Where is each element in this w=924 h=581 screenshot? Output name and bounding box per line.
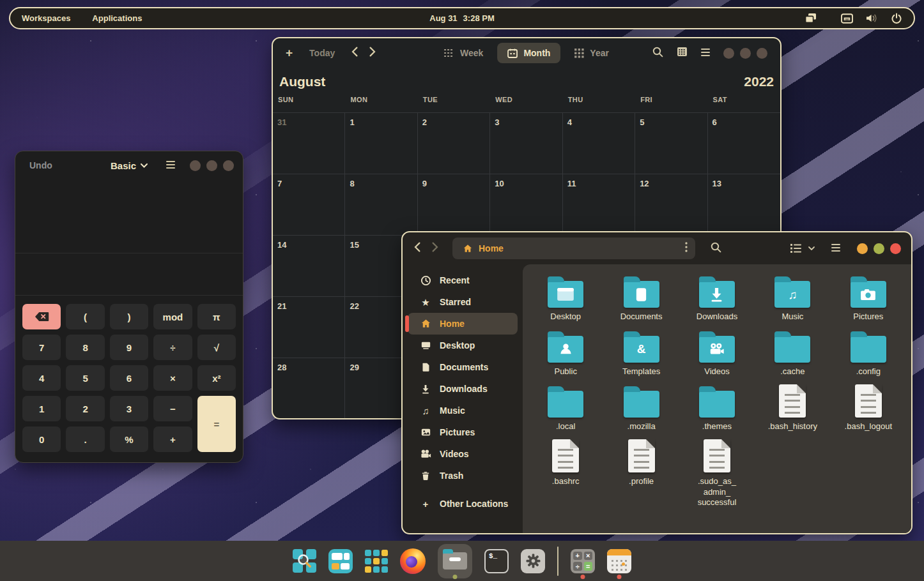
digit-6-key[interactable]: 6: [110, 365, 148, 391]
windows-icon[interactable]: [805, 13, 817, 24]
network-icon[interactable]: [841, 13, 853, 24]
forward-button[interactable]: [432, 242, 438, 255]
files-toolbar[interactable]: Home: [403, 232, 911, 264]
menu-icon[interactable]: [831, 243, 840, 254]
digit-7-key[interactable]: 7: [22, 335, 61, 360]
sidebar-item-documents[interactable]: Documents: [408, 356, 518, 378]
sidebar-item-videos[interactable]: Videos: [408, 443, 518, 465]
file-item[interactable]: .cache: [755, 328, 830, 377]
window-button[interactable]: [740, 48, 751, 59]
divide-key[interactable]: ÷: [153, 335, 192, 360]
file-item[interactable]: .bash_history: [755, 383, 830, 432]
mod-key[interactable]: mod: [153, 304, 192, 329]
file-item[interactable]: Documents: [603, 273, 679, 322]
calendar-cell[interactable]: 3: [490, 113, 562, 174]
calendar-cell[interactable]: 28: [273, 358, 345, 419]
tab-week-view[interactable]: Week: [434, 43, 493, 63]
mini-calendar-icon[interactable]: [677, 47, 688, 59]
minimize-button[interactable]: [857, 243, 868, 254]
file-item[interactable]: .mozilla: [603, 383, 679, 432]
digit-8-key[interactable]: 8: [66, 335, 104, 360]
view-toggle[interactable]: [790, 244, 815, 253]
clock[interactable]: Aug 31 3:28 PM: [429, 13, 494, 23]
file-item[interactable]: .config: [831, 328, 906, 377]
dock-item-window-tiles[interactable]: [328, 541, 353, 581]
location-menu-icon[interactable]: [685, 242, 688, 255]
calendar-cell[interactable]: 10: [490, 174, 562, 236]
sidebar-item-desktop[interactable]: Desktop: [408, 335, 518, 356]
sidebar-item-music[interactable]: ♫ Music: [408, 400, 518, 421]
dock-item-settings[interactable]: [521, 541, 545, 581]
calendar-cell[interactable]: 14: [273, 236, 345, 297]
backspace-key[interactable]: [22, 304, 61, 329]
calendar-cell[interactable]: 12: [635, 174, 707, 236]
close-paren-key[interactable]: ): [110, 304, 148, 329]
square-key[interactable]: x²: [197, 365, 236, 391]
mode-dropdown[interactable]: Basic: [111, 160, 148, 171]
open-paren-key[interactable]: (: [66, 304, 104, 329]
file-item[interactable]: Pictures: [831, 273, 906, 322]
dock-item-calculator[interactable]: +×÷=: [571, 541, 595, 581]
today-button[interactable]: Today: [309, 48, 335, 58]
dock-item-calendar[interactable]: [607, 541, 631, 581]
undo-button[interactable]: Undo: [29, 160, 52, 170]
calendar-toolbar[interactable]: + Today Week Month Year: [273, 38, 780, 68]
window-button[interactable]: [223, 160, 234, 171]
search-icon[interactable]: [711, 242, 721, 255]
sidebar-item-home[interactable]: Home: [408, 313, 518, 335]
calendar-cell[interactable]: 6: [708, 113, 780, 174]
sidebar-item-downloads[interactable]: Downloads: [408, 378, 518, 400]
calendar-cell[interactable]: 2: [418, 113, 490, 174]
menu-icon[interactable]: [701, 47, 710, 59]
file-item[interactable]: Downloads: [679, 273, 755, 322]
calendar-cell[interactable]: 11: [563, 174, 635, 236]
volume-icon[interactable]: [865, 13, 879, 24]
sidebar-item-other-locations[interactable]: + Other Locations: [408, 493, 518, 515]
calendar-cell[interactable]: 13: [708, 174, 780, 236]
file-item[interactable]: Public: [528, 328, 603, 377]
calendar-cell[interactable]: 7: [273, 174, 345, 236]
tab-month-view[interactable]: Month: [497, 43, 560, 63]
sidebar-item-starred[interactable]: ★ Starred: [408, 291, 518, 313]
menu-workspaces[interactable]: Workspaces: [22, 13, 70, 23]
file-item[interactable]: .bashrc: [528, 438, 603, 509]
window-button[interactable]: [723, 48, 734, 59]
sqrt-key[interactable]: √: [197, 335, 236, 360]
file-item[interactable]: Desktop: [528, 273, 603, 322]
calculator-display[interactable]: [15, 179, 243, 253]
dock-item-files[interactable]: [438, 541, 472, 581]
plus-key[interactable]: +: [153, 426, 192, 452]
calendar-cell[interactable]: 31: [273, 113, 345, 174]
window-button[interactable]: [757, 48, 767, 59]
digit-9-key[interactable]: 9: [110, 335, 148, 360]
file-item[interactable]: .themes: [679, 383, 755, 432]
path-bar[interactable]: Home: [452, 238, 695, 259]
dock-item-terminal[interactable]: $_: [484, 541, 509, 581]
next-month-button[interactable]: [369, 47, 376, 59]
digit-0-key[interactable]: 0: [22, 426, 61, 452]
decimal-key[interactable]: .: [66, 426, 104, 452]
dock-item-firefox[interactable]: [400, 541, 426, 581]
equals-key[interactable]: =: [197, 396, 236, 452]
calendar-cell[interactable]: 9: [418, 174, 490, 236]
back-button[interactable]: [414, 242, 420, 255]
new-event-button[interactable]: +: [286, 46, 293, 60]
file-item[interactable]: & Templates: [603, 328, 679, 377]
window-button[interactable]: [206, 160, 217, 171]
tab-year-view[interactable]: Year: [564, 43, 619, 63]
calculator-titlebar[interactable]: Undo Basic: [15, 151, 243, 179]
sidebar-item-recent[interactable]: Recent: [408, 269, 518, 291]
digit-5-key[interactable]: 5: [66, 365, 104, 391]
window-button[interactable]: [190, 160, 201, 171]
calendar-cell[interactable]: 4: [563, 113, 635, 174]
digit-1-key[interactable]: 1: [22, 396, 61, 421]
dock-item-overview[interactable]: [293, 541, 316, 581]
digit-2-key[interactable]: 2: [66, 396, 104, 421]
file-item[interactable]: .local: [528, 383, 603, 432]
dock-item-app-grid[interactable]: [365, 541, 388, 581]
percent-key[interactable]: %: [110, 426, 148, 452]
calendar-cell[interactable]: 21: [273, 297, 345, 358]
search-icon[interactable]: [652, 47, 663, 60]
calendar-cell[interactable]: 1: [345, 113, 417, 174]
calendar-cell[interactable]: 5: [635, 113, 707, 174]
